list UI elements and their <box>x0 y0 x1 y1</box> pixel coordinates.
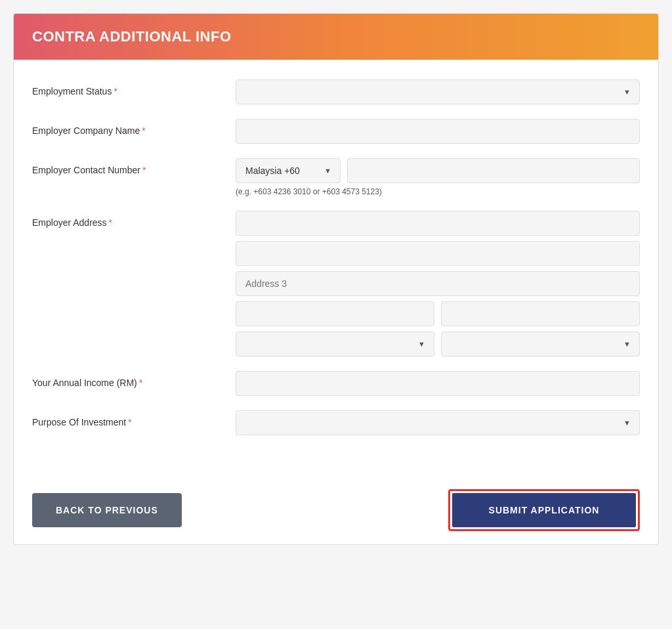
employer-contact-label: Employer Contact Number* <box>32 158 236 175</box>
employment-status-field <box>236 79 640 104</box>
annual-income-input[interactable] <box>236 371 640 396</box>
phone-number-wrapper <box>347 158 640 183</box>
employer-company-input[interactable] <box>236 119 640 144</box>
employer-address-row: Employer Address* <box>32 211 640 357</box>
purpose-investment-label: Purpose Of Investment* <box>32 410 236 427</box>
employer-company-label: Employer Company Name* <box>32 119 236 136</box>
country-select[interactable] <box>441 332 640 357</box>
annual-income-label: Your Annual Income (RM)* <box>32 371 236 388</box>
employer-contact-field: Malaysia +60 (e.g. +603 4236 3010 or +60… <box>236 158 640 196</box>
phone-row: Malaysia +60 <box>236 158 640 183</box>
back-to-previous-button[interactable]: BACK TO PREVIOUS <box>32 493 182 527</box>
phone-country-select[interactable]: Malaysia +60 <box>236 158 341 183</box>
address-line3-input[interactable] <box>236 271 640 296</box>
purpose-investment-select-wrapper <box>236 410 640 435</box>
city-input[interactable] <box>236 301 434 326</box>
employer-company-row: Employer Company Name* <box>32 119 640 144</box>
phone-number-input[interactable] <box>347 158 640 183</box>
postcode-input[interactable] <box>441 301 640 326</box>
state-country-row <box>236 332 640 357</box>
form-body: Employment Status* Employer Company Name… <box>14 60 658 469</box>
employment-status-label: Employment Status* <box>32 79 236 97</box>
annual-income-row: Your Annual Income (RM)* <box>32 371 640 396</box>
employment-status-row: Employment Status* <box>32 79 640 104</box>
employer-company-field <box>236 119 640 144</box>
state-select-wrapper <box>236 332 434 357</box>
submit-application-button[interactable]: SUBMIT APPLICATION <box>452 493 636 527</box>
employer-address-label: Employer Address* <box>32 211 236 228</box>
annual-income-field <box>236 371 640 396</box>
submit-button-wrapper: SUBMIT APPLICATION <box>448 489 640 531</box>
form-container: CONTRA ADDITIONAL INFO Employment Status… <box>13 13 659 545</box>
purpose-investment-select[interactable] <box>236 410 640 435</box>
address-line2-input[interactable] <box>236 241 640 266</box>
employment-status-select[interactable] <box>236 79 640 104</box>
form-footer: BACK TO PREVIOUS SUBMIT APPLICATION <box>14 476 658 544</box>
form-title: CONTRA ADDITIONAL INFO <box>32 28 640 45</box>
city-postcode-row <box>236 301 640 326</box>
purpose-investment-field <box>236 410 640 435</box>
form-header: CONTRA ADDITIONAL INFO <box>14 14 658 60</box>
employment-status-select-wrapper <box>236 79 640 104</box>
purpose-investment-row: Purpose Of Investment* <box>32 410 640 435</box>
state-select[interactable] <box>236 332 434 357</box>
employer-address-fields <box>236 211 640 357</box>
address-line1-input[interactable] <box>236 211 640 236</box>
phone-hint: (e.g. +603 4236 3010 or +603 4573 5123) <box>236 187 640 196</box>
country-select-wrapper <box>441 332 640 357</box>
phone-country-wrapper: Malaysia +60 <box>236 158 341 183</box>
employer-contact-row: Employer Contact Number* Malaysia +60 (e… <box>32 158 640 196</box>
